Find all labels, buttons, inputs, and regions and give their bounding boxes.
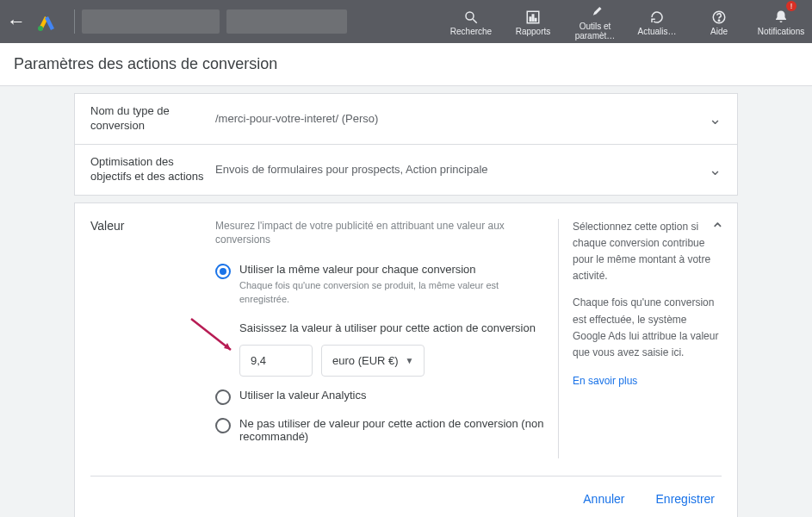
conversion-value-input[interactable] <box>239 345 313 377</box>
back-arrow-icon[interactable]: ← <box>7 10 26 33</box>
nav-label: Notifications <box>758 27 804 36</box>
collapse-chevron-icon[interactable]: ⌃ <box>710 215 725 243</box>
search-icon <box>463 8 479 27</box>
setting-label: Nom du type de conversion <box>90 104 215 134</box>
chevron-down-icon: ⌄ <box>709 160 722 179</box>
divider <box>74 9 75 34</box>
svg-marker-10 <box>224 343 231 350</box>
svg-rect-6 <box>535 18 536 21</box>
page-title: Paramètres des actions de conversion <box>0 43 812 86</box>
refresh-icon <box>649 8 665 27</box>
nav-label: Rapports <box>516 27 551 36</box>
value-input-label: Saisissez la valeur à utiliser pour cett… <box>239 321 544 334</box>
valeur-actions: Annuler Enregistrer <box>90 476 722 511</box>
option-desc: Chaque fois qu'une conversion se produit… <box>239 279 544 306</box>
report-icon <box>525 8 541 27</box>
chevron-down-icon: ▼ <box>406 356 414 365</box>
option-title: Utiliser la valeur Analytics <box>239 389 544 402</box>
tools-nav[interactable]: Outils et paramèt… <box>564 3 626 40</box>
valeur-label: Valeur <box>90 219 215 458</box>
radio-icon[interactable] <box>215 264 231 279</box>
nav-label: Aide <box>710 27 728 36</box>
setting-value: Envois de formulaires pour prospects, Ac… <box>215 163 709 176</box>
setting-row-optimization[interactable]: Optimisation des objectifs et des action… <box>75 145 737 195</box>
svg-point-8 <box>718 20 720 22</box>
nav-label: Outils et paramèt… <box>566 22 624 40</box>
help-text: Chaque fois qu'une conversion est effect… <box>573 295 722 361</box>
help-icon <box>711 8 727 27</box>
radio-icon[interactable] <box>215 389 231 405</box>
google-ads-logo-icon[interactable] <box>36 11 57 32</box>
refresh-nav[interactable]: Actualis… <box>626 3 688 40</box>
option-title: Ne pas utiliser de valeur pour cette act… <box>239 417 544 443</box>
svg-point-0 <box>38 26 43 31</box>
currency-select[interactable]: euro (EUR €) ▼ <box>321 345 425 377</box>
option-analytics-value[interactable]: Utiliser la valeur Analytics <box>215 389 544 405</box>
search-nav[interactable]: Recherche <box>440 3 502 40</box>
valeur-help-panel: ⌃ Sélectionnez cette option si chaque co… <box>558 219 722 458</box>
topbar-nav: Recherche Rapports Outils et paramèt… Ac… <box>440 3 812 40</box>
setting-row-conversion-name[interactable]: Nom du type de conversion /merci-pour-vo… <box>75 94 737 145</box>
option-no-value[interactable]: Ne pas utiliser de valeur pour cette act… <box>215 417 544 446</box>
valeur-subtitle: Mesurez l'impact de votre publicité en a… <box>215 219 544 248</box>
svg-line-2 <box>473 19 477 23</box>
account-selector-secondary[interactable] <box>226 9 347 34</box>
help-text: Sélectionnez cette option si chaque conv… <box>573 219 722 285</box>
cancel-button[interactable]: Annuler <box>576 487 631 511</box>
account-selector[interactable] <box>82 9 220 34</box>
bell-icon <box>773 8 789 27</box>
learn-more-link[interactable]: En savoir plus <box>573 373 637 389</box>
option-same-value[interactable]: Utiliser la même valeur pour chaque conv… <box>215 263 544 377</box>
nav-label: Actualis… <box>637 27 676 36</box>
tools-icon <box>587 3 603 22</box>
svg-rect-4 <box>530 17 531 22</box>
valeur-panel: Valeur Mesurez l'impact de votre publici… <box>74 202 738 517</box>
top-bar: ← Recherche Rapports Outils et paramèt… … <box>0 0 812 43</box>
currency-label: euro (EUR €) <box>332 354 399 367</box>
svg-point-1 <box>466 12 474 20</box>
nav-label: Recherche <box>450 27 492 36</box>
svg-rect-5 <box>532 15 534 22</box>
notifications-nav[interactable]: Notifications <box>750 3 812 40</box>
setting-label: Optimisation des objectifs et des action… <box>90 155 215 184</box>
option-title: Utiliser la même valeur pour chaque conv… <box>239 263 544 276</box>
chevron-down-icon: ⌄ <box>709 109 722 128</box>
setting-value: /merci-pour-votre-interet/ (Perso) <box>215 112 709 125</box>
help-nav[interactable]: Aide <box>688 3 750 40</box>
radio-icon[interactable] <box>215 418 231 433</box>
save-button[interactable]: Enregistrer <box>649 487 722 511</box>
reports-nav[interactable]: Rapports <box>502 3 564 40</box>
